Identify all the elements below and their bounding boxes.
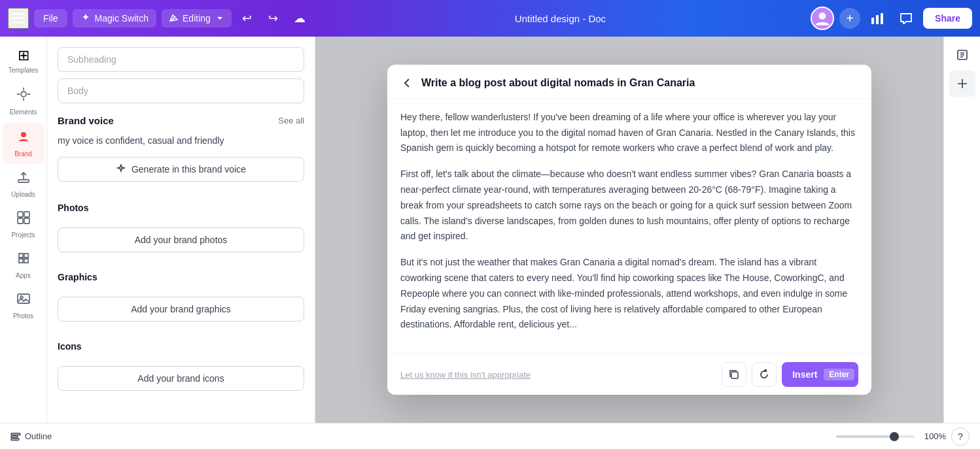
modal-title: Write a blog post about digital nomads i… [421,77,695,89]
brand-icon [16,128,31,148]
redo-button[interactable]: ↪ [263,8,284,29]
sidebar-item-brand[interactable]: Brand [3,123,44,163]
photos-title: Photos [58,203,88,213]
help-button[interactable]: ? [951,427,970,446]
photos-header: Photos [58,200,304,220]
projects-icon [16,210,31,229]
right-tool-1[interactable] [949,42,975,68]
zoom-percentage: 100% [920,431,946,441]
magic-switch-button[interactable]: Magic Switch [73,9,156,27]
right-tool-2[interactable] [949,71,975,97]
modal-paragraph-3: But it's not just the weather that makes… [400,255,858,333]
sidebar-item-templates[interactable]: ⊞ Templates [3,42,44,80]
apps-icon [16,251,31,269]
main-layout: ⊞ Templates Elements Brand [0,37,980,423]
add-collaborator-button[interactable]: + [839,8,860,29]
editing-button[interactable]: Editing [162,9,232,27]
brand-voice-see-all[interactable]: See all [278,116,304,125]
hamburger-menu[interactable] [8,8,29,29]
regenerate-button[interactable] [752,362,777,387]
icons-header: Icons [58,339,304,358]
svg-rect-22 [11,439,19,441]
svg-rect-18 [731,372,738,378]
uploads-icon [16,170,31,188]
templates-icon: ⊞ [18,47,29,64]
ai-content-modal: Write a blog post about digital nomads i… [387,65,871,395]
svg-rect-7 [881,13,883,24]
svg-rect-14 [18,218,23,224]
sidebar-item-uploads[interactable]: Uploads [3,165,44,204]
sidebar-item-photos[interactable]: Photos [3,286,44,325]
modal-footer: Let us know if this isn't appropriate [387,354,871,395]
add-brand-photos-button[interactable]: Add your brand photos [58,227,304,252]
cloud-save-button[interactable]: ☁ [289,8,310,29]
undo-button[interactable]: ↩ [237,8,258,29]
svg-rect-2 [12,22,25,24]
bottom-bar: Outline 100% ? [0,423,980,449]
svg-rect-20 [11,433,20,435]
svg-rect-5 [871,18,874,24]
modal-content-area[interactable]: Hey there, fellow wanderlusters! If you'… [387,99,871,354]
svg-rect-15 [24,218,29,224]
svg-rect-0 [12,13,25,15]
brand-voice-title: Brand voice [58,115,114,126]
copy-button[interactable] [722,362,746,387]
analytics-button[interactable] [866,7,889,30]
svg-rect-21 [11,436,18,438]
outline-toggle[interactable]: Outline [10,431,52,442]
document-title: Untitled design - Doc [315,13,805,24]
modal-paragraph-1: Hey there, fellow wanderlusters! If you'… [400,110,858,156]
sidebar-item-apps[interactable]: Apps [3,246,44,285]
subheading-input[interactable] [58,47,304,72]
add-brand-icons-button[interactable]: Add your brand icons [58,366,304,391]
elements-icon [16,86,31,106]
modal-actions: Insert Enter [722,362,858,387]
svg-rect-6 [876,15,879,24]
right-toolbar [943,37,980,423]
avatar[interactable] [811,7,834,30]
brand-voice-header: Brand voice See all [58,115,304,126]
graphics-header: Graphics [58,269,304,289]
modal-back-button[interactable] [400,76,413,90]
svg-point-8 [21,91,26,97]
file-menu-button[interactable]: File [34,9,67,27]
svg-point-10 [21,132,26,137]
photos-icon [16,291,31,310]
svg-rect-12 [18,212,23,217]
icons-title: Icons [58,341,82,352]
modal-paragraph-2: First off, let's talk about the climate—… [400,167,858,244]
zoom-controls: 100% ? [836,427,970,446]
zoom-slider[interactable] [836,435,915,438]
topbar: File Magic Switch Editing ↩ ↪ ☁ Untitled… [0,0,980,37]
sidebar-icons: ⊞ Templates Elements Brand [0,37,47,423]
sidebar-item-elements[interactable]: Elements [3,81,44,122]
generate-brand-voice-button[interactable]: Generate in this brand voice [58,157,304,182]
canvas-area: Write a blog post about digital nomads i… [315,37,943,423]
add-brand-graphics-button[interactable]: Add your brand graphics [58,297,304,322]
comments-button[interactable] [894,7,918,30]
body-input[interactable] [58,78,304,103]
svg-rect-11 [18,180,29,182]
zoom-slider-fill [836,435,891,438]
svg-rect-13 [24,212,29,217]
graphics-title: Graphics [58,272,97,282]
brand-voice-description: my voice is confident, casual and friend… [58,134,304,148]
share-button[interactable]: Share [923,8,972,29]
svg-point-4 [819,12,826,20]
sidebar-item-projects[interactable]: Projects [3,205,44,244]
modal-overlay: Write a blog post about digital nomads i… [315,37,943,423]
zoom-slider-thumb [890,432,899,441]
svg-rect-1 [12,18,25,20]
modal-header: Write a blog post about digital nomads i… [387,65,871,99]
inappropriate-link[interactable]: Let us know if this isn't appropriate [400,370,531,380]
insert-button[interactable]: Insert Enter [782,362,858,387]
outline-label: Outline [25,431,52,441]
left-panel: Brand voice See all my voice is confiden… [47,37,315,423]
